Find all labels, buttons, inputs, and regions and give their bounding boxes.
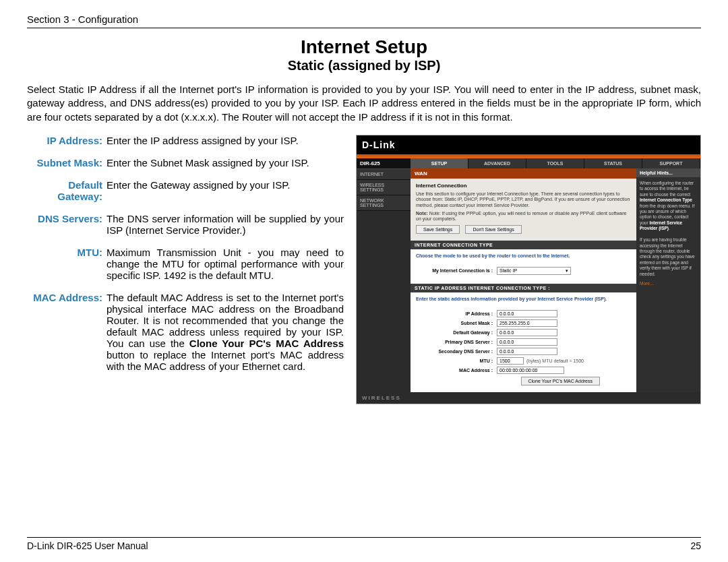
mtu-after: (bytes) MTU default = 1500 [526, 358, 584, 363]
divider-top [27, 28, 701, 28]
def-text-gateway: Enter the Gateway assigned by your ISP. [107, 179, 344, 202]
conn-type-label: My Internet Connection is : [416, 268, 497, 273]
lbl-mac: MAC Address : [416, 368, 497, 373]
mtu-field[interactable]: 1500 [497, 357, 524, 365]
static-note: Enter the static address information pro… [411, 292, 636, 305]
router-ui-screenshot: D-Link DIR-625 INTERNET WIRELESS SETTING… [356, 135, 701, 404]
tab-support[interactable]: SUPPORT [642, 158, 700, 168]
internet-conn-txt: Use this section to configure your Inter… [416, 191, 631, 208]
conn-type-value: Static IP [499, 268, 517, 273]
note-text: Note: If using the PPPoE option, you wil… [416, 211, 626, 221]
def-text-mac: The default MAC Address is set to the In… [107, 292, 344, 372]
save-button[interactable]: Save Settings [416, 225, 460, 234]
hint-b1: Internet Connection Type [640, 197, 692, 202]
hints-panel: Helpful Hints... When configuring the ro… [636, 168, 700, 392]
chevron-down-icon: ▾ [566, 268, 568, 274]
hints-title: Helpful Hints... [636, 168, 700, 177]
def-text-mtu: Maximum Transmission Unit - you may need… [107, 247, 344, 281]
lbl-dns2: Secondary DNS Server : [416, 349, 497, 354]
def-text-dns: The DNS server information will be suppl… [107, 213, 344, 236]
top-tabs: SETUP ADVANCED TOOLS STATUS SUPPORT [411, 158, 700, 168]
subnet-field[interactable]: 255.255.255.0 [497, 319, 557, 327]
def-label-subnet: Subnet Mask: [27, 157, 107, 168]
tab-status[interactable]: STATUS [584, 158, 642, 168]
internet-conn-note: Note: Note: If using the PPPoE option, y… [416, 211, 631, 222]
divider-bottom [27, 537, 701, 538]
static-title: STATIC IP ADDRESS INTERNET CONNECTION TY… [411, 284, 636, 292]
tab-tools[interactable]: TOOLS [526, 158, 584, 168]
page-title: Internet Setup [27, 36, 701, 58]
clone-mac-button[interactable]: Clone Your PC's MAC Address [521, 377, 601, 385]
lbl-dns1: Primary DNS Server : [416, 340, 497, 344]
footer-manual: D-Link DIR-625 User Manual [27, 540, 148, 551]
mac-field[interactable]: 00:00:00:00:00:00 [497, 367, 564, 374]
page-subtitle: Static (assigned by ISP) [27, 58, 701, 73]
ip-field[interactable]: 0.0.0.0 [497, 310, 557, 317]
def-text-ip: Enter the IP address assigned by your IS… [107, 135, 344, 146]
lbl-gateway: Default Gateway : [416, 330, 497, 335]
def-text-subnet: Enter the Subnet Mask assigned by your I… [107, 157, 344, 168]
hint-p1a: When configuring the router to access th… [640, 181, 694, 197]
logo-bar: D-Link [357, 135, 700, 154]
gateway-field[interactable]: 0.0.0.0 [497, 329, 557, 336]
def-label-mtu: MTU: [27, 247, 107, 281]
hints-more-link[interactable]: More... [640, 281, 697, 286]
nav-network[interactable]: NETWORK SETTINGS [357, 195, 411, 211]
ss-footer: WIRELESS [357, 392, 700, 404]
model-label: DIR-625 [357, 158, 411, 169]
footer-page: 25 [690, 540, 701, 551]
mac-bold: Clone Your PC's MAC Address [189, 338, 344, 349]
hint-p1c: . [669, 226, 670, 230]
def-label-ip: IP Address: [27, 135, 107, 146]
def-label-gateway: Default Gateway: [27, 179, 107, 202]
dlink-logo: D-Link [362, 139, 396, 150]
wan-title: WAN [411, 168, 636, 179]
nav-internet[interactable]: INTERNET [357, 169, 411, 180]
dont-save-button[interactable]: Don't Save Settings [465, 225, 521, 234]
def-label-mac: MAC Address: [27, 292, 107, 372]
conn-type-select[interactable]: Static IP ▾ [497, 267, 571, 275]
dns1-field[interactable]: 0.0.0.0 [497, 338, 557, 346]
tab-setup[interactable]: SETUP [411, 158, 468, 168]
tab-advanced[interactable]: ADVANCED [468, 158, 526, 168]
conn-type-note: Choose the mode to be used by the router… [411, 249, 636, 262]
nav-wireless[interactable]: WIRELESS SETTINGS [357, 180, 411, 195]
definitions-list: IP Address: Enter the IP address assigne… [27, 135, 344, 404]
dns2-field[interactable]: 0.0.0.0 [497, 348, 557, 355]
internet-conn-hdr: Internet Connection [416, 183, 631, 189]
def-label-dns: DNS Servers: [27, 213, 107, 236]
conn-type-title: INTERNET CONNECTION TYPE [411, 241, 636, 249]
section-header: Section 3 - Configuration [27, 13, 701, 25]
lbl-ip: IP Address : [416, 311, 497, 316]
intro-paragraph: Select Static IP Address if all the Inte… [27, 83, 701, 124]
lbl-mtu: MTU : [416, 358, 497, 363]
hint-p2: If you are having trouble accessing the … [640, 237, 695, 276]
left-nav: DIR-625 INTERNET WIRELESS SETTINGS NETWO… [357, 158, 411, 392]
mac-post: button to replace the Internet port's MA… [107, 349, 344, 372]
lbl-subnet: Subnet Mask : [416, 321, 497, 325]
